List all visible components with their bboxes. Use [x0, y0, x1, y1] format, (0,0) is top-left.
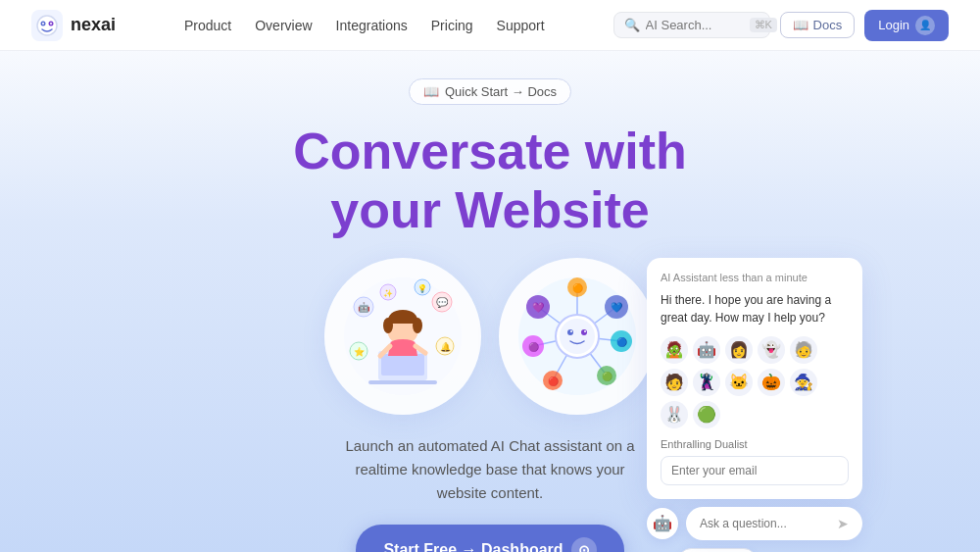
avatar-5[interactable]: 🧓: [790, 336, 817, 364]
search-bar[interactable]: 🔍 ⌘K: [613, 12, 770, 38]
chat-message: Hi there. I hope you are having a great …: [661, 291, 849, 326]
book-small-icon: 📖: [423, 84, 439, 99]
svg-text:🔵: 🔵: [616, 336, 628, 348]
avatar-9[interactable]: 🎃: [758, 369, 785, 396]
quick-reply-area: 👤 Hi! I'm fine. What is AI Support. 💬: [647, 548, 862, 552]
svg-point-5: [50, 23, 52, 25]
avatar-4[interactable]: 👻: [758, 336, 785, 364]
chat-panel-title: AI Assistant less than a minute: [661, 272, 849, 283]
svg-point-52: [581, 329, 587, 335]
girl-svg: 🤖 💬 ⭐ 🔔 ✨ 💡: [339, 273, 466, 400]
email-input[interactable]: [661, 456, 849, 485]
navbar: nexai Product Overview Integrations Pric…: [0, 0, 980, 51]
chat-name-label: Enthralling Dualist: [661, 438, 849, 450]
svg-text:✨: ✨: [383, 288, 393, 298]
avatar-1[interactable]: 🧟: [661, 336, 688, 364]
nav-links: Product Overview Integrations Pricing Su…: [184, 18, 545, 33]
hero-images: 🤖 💬 ⭐ 🔔 ✨ 💡: [324, 258, 656, 415]
nav-pricing[interactable]: Pricing: [431, 18, 473, 33]
cta-button[interactable]: Start Free → Dashboard ⊙: [356, 525, 623, 552]
ask-input[interactable]: [700, 517, 831, 530]
logo-text: nexai: [71, 15, 116, 35]
svg-text:💜: 💜: [532, 301, 545, 314]
avatar-7[interactable]: 🦹: [693, 369, 720, 396]
bot-avatar: 🤖: [647, 508, 678, 539]
chat-panel: AI Assistant less than a minute Hi there…: [647, 258, 862, 499]
svg-text:🟢: 🟢: [602, 371, 613, 382]
quick-reply-buttons: Hi! I'm fine. What is AI Support.: [678, 548, 829, 552]
svg-point-50: [560, 319, 595, 354]
svg-point-1: [37, 16, 57, 35]
quick-start-badge[interactable]: 📖 Quick Start → Docs: [409, 78, 571, 105]
logo-area: nexai: [31, 10, 116, 41]
logo-icon: [31, 10, 63, 41]
send-icon: ➤: [837, 516, 849, 531]
ai-svg: 💜 💙 🟣 🔵 🔴 🟢 🟠: [514, 273, 641, 400]
avatar-2[interactable]: 🤖: [693, 336, 720, 364]
svg-text:💙: 💙: [611, 301, 623, 314]
login-button[interactable]: Login 👤: [864, 10, 949, 41]
book-icon: 📖: [793, 18, 808, 32]
ai-illustration: 💜 💙 🟣 🔵 🔴 🟢 🟠: [499, 258, 656, 415]
arrow-icon: ⊙: [571, 537, 597, 552]
svg-rect-21: [368, 380, 437, 384]
hero-description: Launch an automated AI Chat assistant on…: [333, 434, 647, 505]
svg-point-51: [567, 329, 573, 335]
svg-text:💡: 💡: [417, 283, 427, 293]
svg-text:🔴: 🔴: [548, 376, 560, 387]
hero-section: 📖 Quick Start → Docs Conversate with you…: [0, 51, 980, 552]
nav-product[interactable]: Product: [184, 18, 231, 33]
cta-label: Start Free → Dashboard: [383, 541, 563, 552]
avatar-10[interactable]: 🧙: [790, 369, 817, 396]
svg-point-53: [570, 330, 572, 332]
svg-point-4: [42, 23, 44, 25]
nav-integrations[interactable]: Integrations: [336, 18, 408, 33]
navbar-right: 🔍 ⌘K 📖 Docs Login 👤: [613, 10, 949, 41]
avatar-12[interactable]: 🟢: [693, 401, 720, 428]
chat-input-row[interactable]: ➤: [686, 507, 862, 540]
nav-support[interactable]: Support: [497, 18, 545, 33]
login-avatar: 👤: [915, 16, 935, 35]
svg-text:⭐: ⭐: [354, 346, 366, 358]
avatar-6[interactable]: 🧑: [661, 369, 688, 396]
avatar-3[interactable]: 👩: [725, 336, 753, 364]
avatar-grid: 🧟 🤖 👩 👻 🧓 🧑 🦹 🐱 🎃 🧙 🐰 🟢: [661, 336, 849, 428]
svg-rect-20: [381, 354, 424, 376]
svg-text:🔔: 🔔: [440, 341, 452, 353]
search-shortcut: ⌘K: [750, 18, 777, 32]
svg-point-23: [383, 318, 393, 333]
quick-reply-1[interactable]: Hi! I'm fine.: [678, 548, 758, 552]
avatar-8[interactable]: 🐱: [725, 369, 753, 396]
badge-label: Quick Start → Docs: [445, 84, 557, 99]
hero-title: Conversate with your Website: [293, 123, 687, 240]
svg-text:💬: 💬: [436, 296, 449, 309]
docs-button[interactable]: 📖 Docs: [780, 12, 856, 38]
search-input[interactable]: [646, 18, 744, 32]
svg-text:🤖: 🤖: [358, 301, 370, 314]
search-icon: 🔍: [624, 18, 640, 32]
svg-point-24: [413, 318, 422, 333]
svg-text:🟠: 🟠: [572, 282, 584, 294]
avatar-11[interactable]: 🐰: [661, 401, 688, 428]
chat-widget: AI Assistant less than a minute Hi there…: [647, 258, 862, 552]
nav-overview[interactable]: Overview: [255, 18, 312, 33]
svg-point-54: [584, 330, 586, 332]
svg-text:🟣: 🟣: [528, 341, 540, 353]
hero-left: 🤖 💬 ⭐ 🔔 ✨ 💡: [324, 258, 656, 552]
girl-illustration: 🤖 💬 ⭐ 🔔 ✨ 💡: [324, 258, 481, 415]
